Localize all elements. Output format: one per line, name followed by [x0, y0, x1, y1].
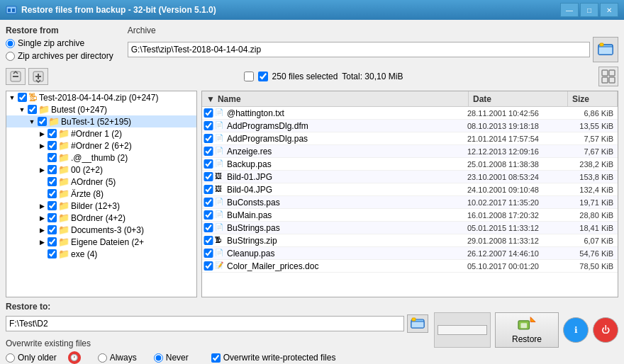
tree-item[interactable]: ▶ 📁 Bilder (12+3)	[6, 200, 196, 212]
tree-checkbox[interactable]	[48, 213, 57, 222]
tree-checkbox[interactable]	[48, 153, 57, 162]
tree-item[interactable]: ▼ 📁 Butest (0+247)	[6, 103, 196, 115]
file-checkbox[interactable]	[204, 249, 213, 258]
info-button[interactable]: ℹ	[563, 317, 589, 343]
select-all-checked-checkbox[interactable]	[258, 72, 268, 81]
tree-item[interactable]: ▶ 📁 BOrdner (4+2)	[6, 212, 196, 224]
tree-checkbox[interactable]	[48, 165, 57, 174]
tree-toggle[interactable]: ▼	[8, 94, 16, 101]
folder-icon: 📁	[58, 237, 69, 247]
tree-checkbox[interactable]	[48, 189, 57, 198]
tree-panel: ▼ 🗜 Test-2018-04-14-04.zip (0+247) ▼ 📁 B…	[6, 91, 197, 297]
tree-checkbox[interactable]	[48, 225, 57, 234]
tree-toggle[interactable]: ▼	[18, 106, 26, 113]
tree-item-selected[interactable]: ▼ 📁 BuTest-1 (52+195)	[6, 115, 196, 127]
minimize-button[interactable]: —	[560, 3, 579, 17]
name-column-header[interactable]: ▼ Name	[202, 91, 469, 106]
tree-item[interactable]: 📁 exe (4)	[6, 248, 196, 260]
file-checkbox[interactable]	[204, 236, 213, 245]
select-all-checkbox[interactable]	[244, 72, 254, 81]
always-radio[interactable]	[98, 353, 107, 363]
never-radio[interactable]	[154, 353, 163, 363]
tree-checkbox[interactable]	[38, 117, 47, 126]
close-button[interactable]: ✕	[600, 3, 618, 17]
browse-archive-button[interactable]	[593, 37, 618, 62]
file-list[interactable]: 📄 @hattington.txt 28.11.2001 10:42:56 6,…	[202, 107, 618, 297]
tree-toggle[interactable]: ▶	[38, 215, 46, 222]
tree-scroll[interactable]: ▼ 🗜 Test-2018-04-14-04.zip (0+247) ▼ 📁 B…	[6, 91, 196, 297]
single-zip-radio[interactable]	[6, 39, 15, 48]
file-row[interactable]: 📝 Color_Mailer_prices.doc 05.10.2017 00:…	[202, 260, 618, 273]
browse-restore-button[interactable]	[407, 314, 428, 333]
tree-item[interactable]: ▶ 📁 Eigene Dateien (2+	[6, 236, 196, 248]
tree-toggle[interactable]: ▶	[38, 166, 46, 174]
file-checkbox[interactable]	[204, 147, 213, 156]
file-row[interactable]: 🖼 Bild-04.JPG 24.10.2001 09:10:48 132,4 …	[202, 183, 618, 196]
tree-item[interactable]: ▶ 📁 Documents-3 (0+3)	[6, 224, 196, 236]
zip-per-dir-radio[interactable]	[6, 52, 15, 61]
tree-toggle[interactable]: ▶	[38, 142, 46, 149]
tree-item[interactable]: ▶ 📁 #Ordner 1 (2)	[6, 127, 196, 140]
collapse-all-button[interactable]	[6, 68, 26, 85]
file-checkbox[interactable]	[204, 198, 213, 207]
tree-item[interactable]: ▼ 🗜 Test-2018-04-14-04.zip (0+247)	[6, 91, 196, 103]
file-row[interactable]: 📄 Cleanup.pas 26.12.2007 14:46:10 54,76 …	[202, 247, 618, 260]
tree-checkbox[interactable]	[18, 93, 27, 102]
tree-toggle[interactable]: ▶	[38, 227, 46, 234]
tree-item[interactable]: ▶ 📁 #Ordner 2 (6+2)	[6, 140, 196, 152]
never-option[interactable]: Never	[154, 353, 189, 363]
archive-input[interactable]	[128, 42, 590, 57]
clock-icon[interactable]: 🕐	[68, 351, 81, 364]
svg-rect-4	[598, 47, 613, 55]
tree-checkbox[interactable]	[48, 237, 57, 246]
size-column-header[interactable]: Size	[568, 91, 618, 106]
restore-button[interactable]: Restore	[495, 312, 559, 348]
power-button[interactable]: ⏻	[593, 317, 618, 343]
file-checkbox[interactable]	[204, 210, 213, 220]
tree-checkbox[interactable]	[48, 129, 57, 138]
only-older-option[interactable]: Only older	[6, 353, 57, 363]
file-checkbox[interactable]	[204, 121, 213, 130]
tree-toggle[interactable]: ▼	[28, 118, 36, 125]
file-row[interactable]: 🗜 BuStrings.zip 29.01.2008 11:33:12 6,07…	[202, 234, 618, 247]
tree-checkbox[interactable]	[48, 141, 57, 150]
file-checkbox[interactable]	[204, 159, 213, 169]
tree-item[interactable]: ▶ 📁 00 (2+2)	[6, 164, 196, 176]
file-row[interactable]: 📄 Backup.pas 25.01.2008 11:38:38 238,2 K…	[202, 158, 618, 171]
tree-toggle[interactable]: ▶	[38, 203, 46, 210]
always-option[interactable]: Always	[98, 353, 137, 363]
tree-toggle[interactable]: ▶	[38, 130, 46, 137]
file-row[interactable]: 📄 AddProgramsDlg.pas 21.01.2014 17:57:54…	[202, 132, 618, 145]
file-row[interactable]: 📄 BuConsts.pas 10.02.2017 11:35:20 19,71…	[202, 196, 618, 209]
file-checkbox[interactable]	[204, 185, 213, 194]
file-row[interactable]: 📄 @hattington.txt 28.11.2001 10:42:56 6,…	[202, 107, 618, 120]
restore-to-input[interactable]	[6, 316, 404, 331]
only-older-radio[interactable]	[6, 353, 15, 363]
file-row[interactable]: 📄 BuMain.pas 16.01.2008 17:20:32 28,80 K…	[202, 209, 618, 222]
tree-item[interactable]: 📁 AOrdner (5)	[6, 176, 196, 188]
overwrite-protected-checkbox[interactable]	[211, 353, 221, 363]
file-checkbox[interactable]	[204, 108, 213, 118]
tree-item[interactable]: 📁 .@__thumb (2)	[6, 152, 196, 164]
tree-checkbox[interactable]	[28, 105, 37, 114]
single-zip-option[interactable]: Single zip archive	[6, 38, 113, 48]
tree-checkbox[interactable]	[48, 249, 57, 258]
file-checkbox[interactable]	[204, 223, 213, 232]
tree-toggle[interactable]: ▶	[38, 239, 46, 246]
expand-all-button[interactable]	[28, 68, 48, 85]
zip-per-dir-option[interactable]: Zip archives per directory	[6, 51, 113, 61]
folder-icon: 📁	[58, 188, 69, 199]
settings-button[interactable]	[598, 67, 618, 86]
file-checkbox[interactable]	[204, 134, 213, 143]
tree-checkbox[interactable]	[48, 201, 57, 210]
date-column-header[interactable]: Date	[469, 91, 568, 106]
tree-item[interactable]: 📁 Ärzte (8)	[6, 188, 196, 200]
file-checkbox[interactable]	[204, 261, 213, 271]
file-row[interactable]: 🖼 Bild-01.JPG 23.10.2001 08:53:24 153,8 …	[202, 171, 618, 183]
file-checkbox[interactable]	[204, 172, 213, 181]
file-row[interactable]: 📄 Anzeige.res 12.12.2013 12:09:16 7,67 K…	[202, 145, 618, 158]
file-row[interactable]: 📄 BuStrings.pas 05.01.2015 11:33:12 18,4…	[202, 222, 618, 234]
file-row[interactable]: 📄 AddProgramsDlg.dfm 08.10.2013 19:18:18…	[202, 120, 618, 132]
tree-checkbox[interactable]	[48, 177, 57, 186]
maximize-button[interactable]: □	[580, 3, 598, 17]
